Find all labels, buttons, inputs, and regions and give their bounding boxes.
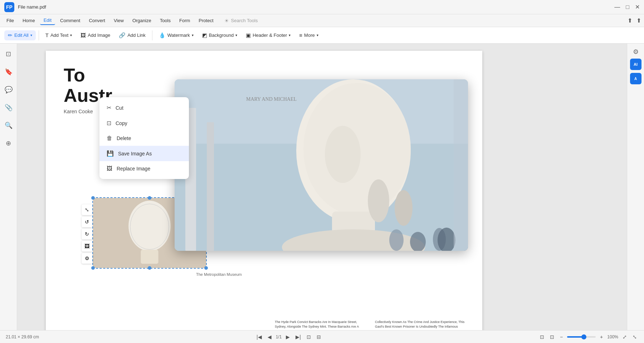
handle-tl[interactable] (91, 196, 95, 200)
menu-form[interactable]: Form (176, 16, 194, 25)
svg-text:MARY AND MICHAEL: MARY AND MICHAEL (246, 96, 297, 102)
more-dropdown-icon: ▾ (317, 33, 318, 37)
add-image-icon: 🖼 (80, 32, 86, 38)
fit-width-button[interactable]: ⊟ (315, 333, 322, 340)
close-button[interactable]: ✕ (635, 4, 640, 10)
more-icon: ≡ (299, 32, 302, 38)
save-image-icon: 💾 (107, 150, 114, 157)
crop-tool-button[interactable]: ⤡ (82, 204, 92, 215)
background-label: Background (209, 33, 234, 38)
watermark-button[interactable]: 💧 Watermark ▾ (155, 30, 197, 40)
header-footer-icon: ▣ (246, 32, 251, 39)
add-image-button[interactable]: 🖼 Add Image (77, 30, 114, 40)
svg-point-1 (128, 201, 171, 251)
zoom-controls: ⊡ ⊡ − + 100% ⤢ ⤡ (538, 333, 638, 340)
menu-tools[interactable]: Tools (156, 16, 174, 25)
search-icon: ☀ (224, 18, 229, 24)
rotate-right-button[interactable]: ↻ (82, 229, 92, 239)
last-page-button[interactable]: ▶| (294, 333, 302, 340)
menu-edit[interactable]: Edit (40, 16, 55, 25)
header-footer-label: Header & Footer (253, 33, 287, 38)
menu-convert[interactable]: Convert (85, 16, 109, 25)
edit-all-button[interactable]: ✏ Edit All ▾ (4, 30, 36, 40)
split-view-button[interactable]: ⊡ (548, 333, 556, 340)
maximize-button[interactable]: □ (626, 4, 629, 10)
menu-organize[interactable]: Organize (129, 16, 155, 25)
context-save-image-label: Save Image As (118, 151, 152, 156)
expand-icon[interactable]: ⬆ (636, 17, 641, 24)
context-copy-label: Copy (116, 120, 127, 126)
context-save-image-as[interactable]: 💾 Save Image As (99, 146, 189, 161)
add-text-dropdown-icon: ▾ (70, 33, 72, 37)
context-replace-image[interactable]: 🖼 Replace Image (99, 161, 189, 176)
next-page-button[interactable]: ▶ (284, 333, 291, 340)
fit-page-button[interactable]: ⊡ (305, 333, 312, 340)
first-page-button[interactable]: |◀ (255, 333, 263, 340)
statue-background: MARY AND MICHAEL (175, 79, 468, 251)
delete-icon: 🗑 (107, 135, 112, 141)
toolbar-separator-2 (152, 30, 152, 40)
translate-button[interactable]: A (630, 73, 641, 84)
replace-image-button[interactable]: 🖼 (82, 241, 92, 252)
add-link-label: Add Link (127, 33, 146, 38)
add-text-icon: T (45, 32, 49, 38)
sidebar-pages-icon[interactable]: ⊡ (4, 48, 13, 60)
replace-image-icon: 🖼 (107, 165, 112, 172)
zoom-slider[interactable] (567, 336, 596, 338)
prev-page-button[interactable]: ◀ (266, 333, 273, 340)
sidebar-attachments-icon[interactable]: 📎 (3, 101, 15, 114)
search-tools-placeholder: Search Tools (231, 18, 258, 23)
context-cut[interactable]: ✂ Cut (99, 100, 189, 115)
menu-comment[interactable]: Comment (57, 16, 84, 25)
more-button[interactable]: ≡ More ▾ (296, 30, 322, 40)
titlebar: FP File name.pdf — □ ✕ (0, 0, 644, 14)
menu-protect[interactable]: Protect (195, 16, 217, 25)
image-settings-button[interactable]: ⚙ (82, 253, 92, 264)
menubar: File Home Edit Comment Convert View Orga… (0, 14, 644, 27)
handle-bl[interactable] (91, 266, 95, 270)
context-menu: ✂ Cut ⊡ Copy 🗑 Delete 💾 Save Image As 🖼 … (99, 97, 189, 179)
context-copy[interactable]: ⊡ Copy (99, 115, 189, 131)
upload-icon[interactable]: ⬆ (628, 17, 632, 24)
background-button[interactable]: ◩ Background ▾ (199, 30, 241, 40)
context-delete-label: Delete (117, 135, 131, 141)
cut-icon: ✂ (107, 104, 111, 111)
menu-home[interactable]: Home (19, 16, 39, 25)
page-navigation: |◀ ◀ 1/1 ▶ ▶| ⊡ ⊟ (255, 333, 322, 340)
sidebar-comments-icon[interactable]: 💬 (3, 84, 15, 96)
sidebar-search-icon[interactable]: 🔍 (3, 119, 15, 131)
minimize-button[interactable]: — (614, 4, 620, 10)
fullscreen-button[interactable]: ⤢ (621, 333, 628, 340)
handle-bm[interactable] (148, 266, 151, 270)
right-settings-icon[interactable]: ⚙ (633, 48, 639, 56)
menu-file[interactable]: File (3, 16, 18, 25)
edit-all-icon: ✏ (8, 32, 13, 39)
edit-all-label: Edit All (14, 33, 29, 38)
watermark-label: Watermark (167, 33, 190, 38)
sidebar-bookmarks-icon[interactable]: 🔖 (3, 66, 15, 78)
header-footer-button[interactable]: ▣ Header & Footer ▾ (242, 30, 294, 40)
context-delete[interactable]: 🗑 Delete (99, 131, 189, 146)
svg-point-15 (395, 190, 413, 226)
watermark-icon: 💧 (159, 32, 166, 39)
add-link-button[interactable]: 🔗 Add Link (115, 30, 149, 40)
ai-assistant-button[interactable]: AI (630, 59, 641, 70)
handle-tm[interactable] (148, 196, 151, 200)
document-dimensions: 21.01 × 29.69 cm (6, 334, 39, 339)
rotate-left-button[interactable]: ↺ (82, 217, 92, 227)
statusbar: 21.01 × 29.69 cm |◀ ◀ 1/1 ▶ ▶| ⊡ ⊟ ⊡ ⊡ −… (0, 330, 644, 343)
svg-point-16 (389, 229, 404, 251)
toolbar-separator-1 (39, 30, 39, 40)
menu-view[interactable]: View (110, 16, 127, 25)
sidebar-layers-icon[interactable]: ⊕ (4, 137, 13, 149)
zoom-out-button[interactable]: − (558, 333, 564, 340)
zoom-percent: 100% (607, 334, 618, 339)
handle-br[interactable] (204, 266, 208, 270)
search-tools-area[interactable]: ☀ Search Tools (219, 18, 626, 24)
maximize-view-button[interactable]: ⤡ (631, 333, 638, 340)
add-image-label: Add Image (88, 33, 110, 38)
zoom-mode-button[interactable]: ⊡ (538, 333, 546, 340)
add-text-button[interactable]: T Add Text ▾ (42, 30, 76, 40)
right-sidebar: ⚙ AI A (627, 44, 644, 343)
zoom-in-button[interactable]: + (599, 333, 604, 340)
